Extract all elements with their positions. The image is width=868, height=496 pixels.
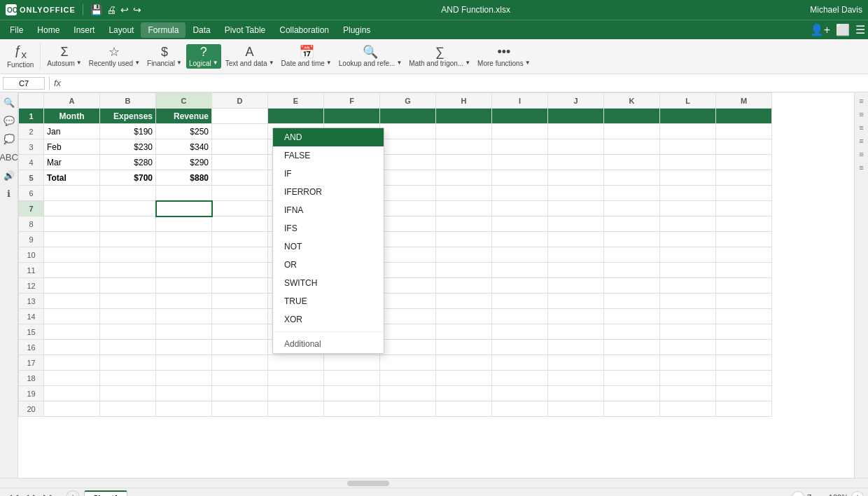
cell-j19[interactable] (548, 386, 604, 401)
cell-h8[interactable] (436, 216, 492, 232)
cell-k1[interactable] (604, 109, 660, 124)
formula-input[interactable] (66, 78, 865, 89)
col-header-d[interactable]: D (212, 93, 268, 109)
toolbar-lookup[interactable]: 🔍 Lookup and refe... ▼ (336, 44, 405, 69)
cell-a13[interactable] (44, 294, 100, 309)
cell-c14[interactable] (156, 309, 212, 324)
cell-g2[interactable] (380, 124, 436, 139)
cell-h14[interactable] (436, 309, 492, 324)
cell-k18[interactable] (604, 371, 660, 386)
cell-k15[interactable] (604, 324, 660, 340)
right-sidebar-icon-5[interactable]: ≡ (856, 149, 867, 160)
sidebar-info-icon[interactable]: ℹ (2, 186, 16, 200)
cell-g15[interactable] (380, 324, 436, 340)
cell-d11[interactable] (212, 263, 268, 278)
cell-a16[interactable] (44, 340, 100, 355)
cell-m5[interactable] (716, 170, 772, 186)
cell-d17[interactable] (212, 355, 268, 371)
cell-c13[interactable] (156, 294, 212, 309)
cell-k13[interactable] (604, 294, 660, 309)
cell-l4[interactable] (660, 155, 716, 170)
cell-b14[interactable] (100, 309, 156, 324)
cell-j4[interactable] (548, 155, 604, 170)
cell-i2[interactable] (492, 124, 548, 139)
cell-k5[interactable] (604, 170, 660, 186)
cell-k11[interactable] (604, 263, 660, 278)
horizontal-scrollbar[interactable] (0, 478, 868, 488)
cell-j15[interactable] (548, 324, 604, 340)
toolbar-more-functions[interactable]: ••• More functions ▼ (475, 44, 533, 69)
cell-i4[interactable] (492, 155, 548, 170)
cell-i8[interactable] (492, 216, 548, 232)
cell-a20[interactable] (44, 401, 100, 417)
nav-next[interactable]: ▶ (31, 491, 41, 497)
col-header-f[interactable]: F (324, 93, 380, 109)
cell-c5[interactable]: $880 (156, 170, 212, 186)
cell-k14[interactable] (604, 309, 660, 324)
dropdown-item-xor[interactable]: XOR (273, 310, 384, 329)
cell-b11[interactable] (100, 263, 156, 278)
cell-l16[interactable] (660, 340, 716, 355)
cell-a11[interactable] (44, 263, 100, 278)
cell-i18[interactable] (492, 371, 548, 386)
cell-c18[interactable] (156, 371, 212, 386)
menu-insert[interactable]: Insert (66, 22, 102, 38)
dropdown-additional[interactable]: Additional (273, 335, 384, 353)
cell-m8[interactable] (716, 216, 772, 232)
cell-g8[interactable] (380, 216, 436, 232)
cell-e19[interactable] (268, 386, 324, 401)
zoom-out-button[interactable]: − (792, 491, 804, 497)
toolbar-function[interactable]: ƒx Function (4, 44, 36, 69)
nav-first[interactable]: ◀◀ (4, 491, 20, 497)
cell-l3[interactable] (660, 139, 716, 155)
cell-h5[interactable] (436, 170, 492, 186)
cell-a9[interactable] (44, 232, 100, 247)
nav-last[interactable]: ▶▶ (42, 491, 57, 497)
cell-a14[interactable] (44, 309, 100, 324)
cell-b3[interactable]: $230 (100, 139, 156, 155)
cell-a18[interactable] (44, 371, 100, 386)
add-user-icon[interactable]: 👤+ (810, 23, 830, 36)
cell-m18[interactable] (716, 371, 772, 386)
cell-i20[interactable] (492, 401, 548, 417)
cell-m12[interactable] (716, 278, 772, 294)
cell-a4[interactable]: Mar (44, 155, 100, 170)
cell-i1[interactable] (492, 109, 548, 124)
cell-a6[interactable] (44, 186, 100, 201)
cell-g7[interactable] (380, 201, 436, 216)
text-data-dropdown[interactable]: Text and data ▼ (225, 58, 274, 67)
cell-d3[interactable] (212, 139, 268, 155)
cell-j7[interactable] (548, 201, 604, 216)
cell-a2[interactable]: Jan (44, 124, 100, 139)
cell-l17[interactable] (660, 355, 716, 371)
lookup-dropdown[interactable]: Lookup and refe... ▼ (339, 58, 402, 67)
cell-b20[interactable] (100, 401, 156, 417)
cell-f1[interactable] (324, 109, 380, 124)
logical-dropdown-btn[interactable]: Logical ▼ (189, 58, 218, 67)
sidebar-search-icon[interactable]: 🔍 (2, 95, 16, 109)
dropdown-item-ifna[interactable]: IFNA (273, 201, 384, 219)
dropdown-item-true[interactable]: TRUE (273, 292, 384, 310)
cell-j17[interactable] (548, 355, 604, 371)
cell-d4[interactable] (212, 155, 268, 170)
cell-l11[interactable] (660, 263, 716, 278)
cell-c4[interactable]: $290 (156, 155, 212, 170)
cell-h15[interactable] (436, 324, 492, 340)
cell-i10[interactable] (492, 247, 548, 263)
cell-j11[interactable] (548, 263, 604, 278)
cell-k9[interactable] (604, 232, 660, 247)
cell-m2[interactable] (716, 124, 772, 139)
cell-d7[interactable] (212, 201, 268, 216)
cell-k17[interactable] (604, 355, 660, 371)
cell-m20[interactable] (716, 401, 772, 417)
cell-b10[interactable] (100, 247, 156, 263)
cell-c2[interactable]: $250 (156, 124, 212, 139)
cell-m1[interactable] (716, 109, 772, 124)
cell-g17[interactable] (380, 355, 436, 371)
cell-m6[interactable] (716, 186, 772, 201)
cell-h10[interactable] (436, 247, 492, 263)
cell-m16[interactable] (716, 340, 772, 355)
cell-d15[interactable] (212, 324, 268, 340)
sidebar-chat-icon[interactable]: 💭 (2, 132, 16, 146)
toolbar-autosum[interactable]: Σ Autosum ▼ (44, 44, 84, 69)
